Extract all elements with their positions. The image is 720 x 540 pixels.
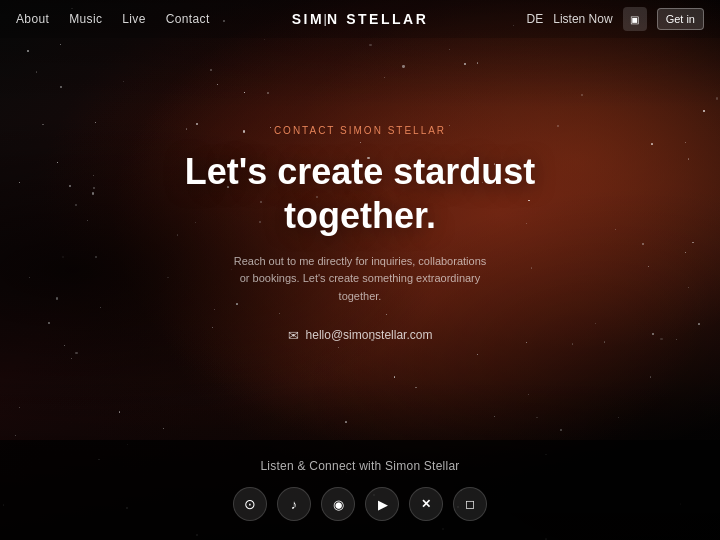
nav-icon-button[interactable]: ▣ [623, 7, 647, 31]
nav-link-contact[interactable]: Contact [166, 12, 210, 26]
social-icon-x[interactable]: ✕ [409, 487, 443, 521]
site-logo[interactable]: SIMN STELLAR [292, 11, 429, 27]
apple-music-icon: ♪ [291, 497, 298, 512]
spotify-icon: ⊙ [244, 496, 256, 512]
nav-link-music[interactable]: Music [69, 12, 102, 26]
social-icon-youtube[interactable]: ▶ [365, 487, 399, 521]
deezer-icon: ◉ [333, 497, 344, 512]
get-in-button[interactable]: Get in [657, 8, 704, 30]
hero-heading-line2: together. [185, 194, 536, 237]
social-icon-deezer[interactable]: ◉ [321, 487, 355, 521]
email-row[interactable]: ✉ hello@simonstellar.com [288, 328, 433, 343]
social-icon-spotify[interactable]: ⊙ [233, 487, 267, 521]
icon-symbol: ▣ [630, 14, 639, 25]
navbar: About Music Live Contact SIMN STELLAR DE… [0, 0, 720, 38]
instagram-icon: ◻ [465, 497, 475, 511]
logo-text: SIMN STELLAR [292, 11, 429, 27]
social-icon-instagram[interactable]: ◻ [453, 487, 487, 521]
social-icon-apple-music[interactable]: ♪ [277, 487, 311, 521]
nav-right: DE Listen Now ▣ Get in [527, 7, 704, 31]
nav-link-about[interactable]: About [16, 12, 49, 26]
hero-heading-line1: Let's create stardust [185, 150, 536, 193]
footer-strip: Listen & Connect with Simon Stellar ⊙ ♪ … [0, 440, 720, 540]
nav-link-live[interactable]: Live [122, 12, 145, 26]
hero-subtext: Reach out to me directly for inquiries, … [230, 253, 490, 306]
x-icon: ✕ [421, 497, 431, 511]
youtube-icon: ▶ [376, 497, 388, 512]
hero-heading: Let's create stardust together. [185, 150, 536, 236]
email-address: hello@simonstellar.com [306, 328, 433, 342]
listen-now-link[interactable]: Listen Now [553, 12, 612, 26]
language-toggle[interactable]: DE [527, 12, 544, 26]
contact-label: CONTACT SIMON STELLAR [274, 125, 446, 136]
email-icon: ✉ [288, 328, 299, 343]
nav-left: About Music Live Contact [16, 12, 210, 26]
footer-label: Listen & Connect with Simon Stellar [260, 459, 459, 473]
social-icons-row: ⊙ ♪ ◉ ▶ ✕ ◻ [233, 487, 487, 521]
